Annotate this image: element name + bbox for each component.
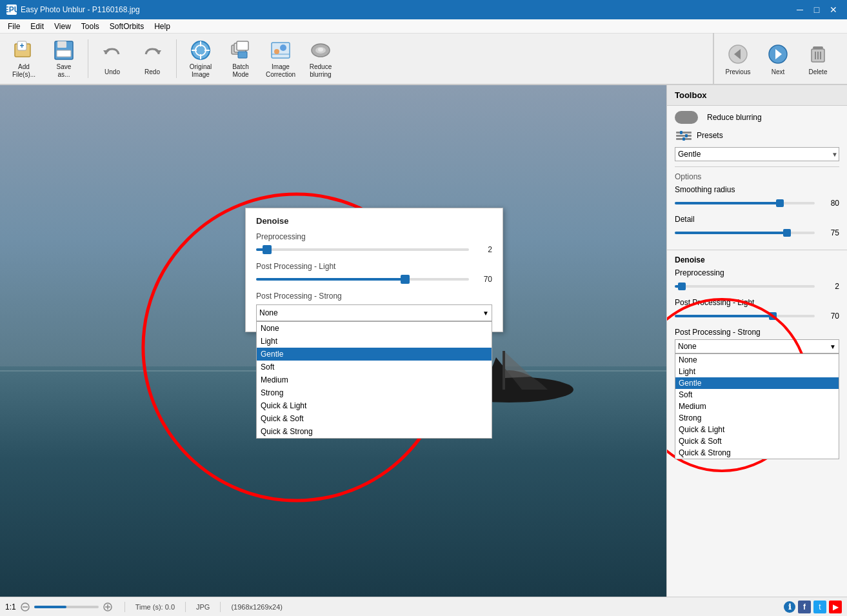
presets-dropdown-container: Gentle Standard Strong ▼ [675, 147, 839, 161]
zoom-in-button[interactable] [101, 601, 114, 613]
tb-option-none[interactable]: None [675, 354, 839, 366]
toolbox-post-light-row: 70 [675, 310, 839, 323]
presets-dropdown[interactable]: Gentle Standard Strong [675, 147, 839, 161]
post-strong-dropdown-row: None ▼ None Light Gentle Soft Medium Str… [256, 304, 492, 321]
save-as-button[interactable]: Saveas... [45, 36, 83, 81]
window-controls: ─ □ ✕ [793, 3, 841, 17]
window-title: Easy Photo Unblur - P1160168.jpg [21, 5, 140, 14]
next-label: Next [772, 68, 785, 76]
option-strong[interactable]: Strong [257, 386, 492, 399]
zoom-out-button[interactable] [19, 601, 32, 613]
svg-text:+: + [19, 41, 24, 50]
toolbox-preprocessing-slider[interactable] [675, 280, 815, 293]
reduce-blurring-label: Reduce blurring [707, 113, 762, 122]
maximize-button[interactable]: □ [810, 3, 824, 17]
zoom-controls: 1:1 [5, 601, 114, 613]
toolbox-denoise-section: Denoise Preprocessing 2 Post Processing … [667, 250, 847, 364]
reduce-blurring-toolbar-button[interactable]: Reduceblurring [302, 36, 339, 81]
post-strong-dropdown-list: None Light Gentle Soft Medium Strong Qui… [256, 321, 492, 439]
post-light-value: 70 [473, 275, 492, 284]
toolbox-post-light-fill [675, 315, 773, 317]
tb-option-soft[interactable]: Soft [675, 389, 839, 401]
option-quick-soft[interactable]: Quick & Soft [257, 412, 492, 425]
svg-rect-39 [680, 131, 683, 134]
svg-point-20 [274, 49, 279, 54]
title-bar: EPU Easy Photo Unblur - P1160168.jpg ─ □… [0, 0, 847, 19]
option-quick-light[interactable]: Quick & Light [257, 399, 492, 412]
menu-softorbits[interactable]: SoftOrbits [105, 21, 149, 32]
option-gentle[interactable]: Gentle [257, 348, 492, 361]
toolbox-post-light-thumb[interactable] [769, 312, 777, 320]
zoom-slider[interactable] [34, 606, 99, 608]
post-strong-label: Post Processing - Strong [256, 292, 492, 301]
reduce-blurring-toolbar-label: Reduceblurring [310, 63, 332, 79]
tb-option-quick-light[interactable]: Quick & Light [675, 424, 839, 435]
status-sep-1 [125, 602, 125, 612]
undo-icon [99, 41, 125, 67]
info-button[interactable]: ℹ [784, 601, 795, 613]
smoothing-radius-value: 80 [820, 199, 839, 208]
toolbox-post-light-slider[interactable] [675, 310, 815, 323]
status-icons: ℹ f t ▶ [784, 601, 842, 613]
undo-button[interactable]: Undo [94, 36, 131, 81]
option-soft[interactable]: Soft [257, 361, 492, 373]
post-light-fill [256, 278, 405, 281]
svg-rect-41 [683, 137, 685, 141]
toolbox-post-strong-value: None [678, 342, 697, 351]
option-light[interactable]: Light [257, 335, 492, 348]
toolbox-panel: Toolbox Reduce blurring Presets [666, 85, 847, 597]
preprocessing-track[interactable] [256, 248, 469, 251]
toolbox-dropdown-arrow: ▼ [830, 343, 836, 350]
redo-label: Redo [144, 68, 160, 76]
smoothing-radius-slider[interactable] [675, 197, 815, 210]
detail-thumb[interactable] [783, 229, 791, 237]
next-button[interactable]: Next [759, 36, 797, 81]
tb-option-light[interactable]: Light [675, 366, 839, 377]
toolbox-denoise-label: Denoise [675, 255, 839, 264]
svg-rect-5 [57, 50, 71, 57]
tb-option-strong[interactable]: Strong [675, 412, 839, 424]
minimize-button[interactable]: ─ [793, 3, 807, 17]
option-quick-strong[interactable]: Quick & Strong [257, 425, 492, 438]
youtube-button[interactable]: ▶ [829, 601, 842, 613]
detail-track [675, 232, 815, 234]
delete-button[interactable]: Delete [799, 36, 837, 81]
menu-edit[interactable]: Edit [25, 21, 49, 32]
smoothing-radius-track [675, 202, 815, 204]
tb-option-quick-soft[interactable]: Quick & Soft [675, 435, 839, 447]
add-files-button[interactable]: + AddFile(s)... [5, 36, 43, 81]
detail-fill [675, 232, 787, 234]
menu-file[interactable]: File [3, 21, 25, 32]
redo-icon [139, 41, 165, 67]
preprocessing-thumb[interactable] [263, 245, 272, 254]
redo-button[interactable]: Redo [134, 36, 171, 81]
tb-option-quick-strong[interactable]: Quick & Strong [675, 447, 839, 459]
toolbar: + AddFile(s)... Saveas... Undo [0, 34, 847, 85]
menu-help[interactable]: Help [149, 21, 175, 32]
original-image-button[interactable]: OriginalImage [182, 36, 219, 81]
time-label: Time (s): 0.0 [135, 603, 175, 611]
tb-option-gentle[interactable]: Gentle [675, 377, 839, 389]
options-label: Options [675, 172, 839, 181]
menu-view[interactable]: View [49, 21, 76, 32]
smoothing-radius-thumb[interactable] [776, 199, 784, 207]
twitter-button[interactable]: t [813, 601, 826, 613]
close-button[interactable]: ✕ [826, 3, 841, 17]
tb-option-medium[interactable]: Medium [675, 401, 839, 412]
svg-rect-16 [237, 41, 248, 50]
post-light-thumb[interactable] [401, 275, 410, 284]
batch-mode-button[interactable]: BatchMode [222, 36, 259, 81]
facebook-button[interactable]: f [798, 601, 811, 613]
previous-button[interactable]: Previous [719, 36, 757, 81]
option-none[interactable]: None [257, 322, 492, 335]
toolbox-preprocessing-thumb[interactable] [678, 283, 686, 290]
option-medium[interactable]: Medium [257, 373, 492, 386]
post-light-track[interactable] [256, 278, 469, 281]
undo-label: Undo [105, 68, 120, 76]
image-correction-button[interactable]: ImageCorrection [262, 36, 299, 81]
toolbox-post-strong-dropdown[interactable]: None ▼ [675, 339, 839, 353]
post-strong-dropdown[interactable]: None ▼ [256, 304, 492, 321]
detail-slider[interactable] [675, 226, 815, 239]
post-light-slider-row: 70 [256, 275, 492, 284]
menu-tools[interactable]: Tools [76, 21, 105, 32]
